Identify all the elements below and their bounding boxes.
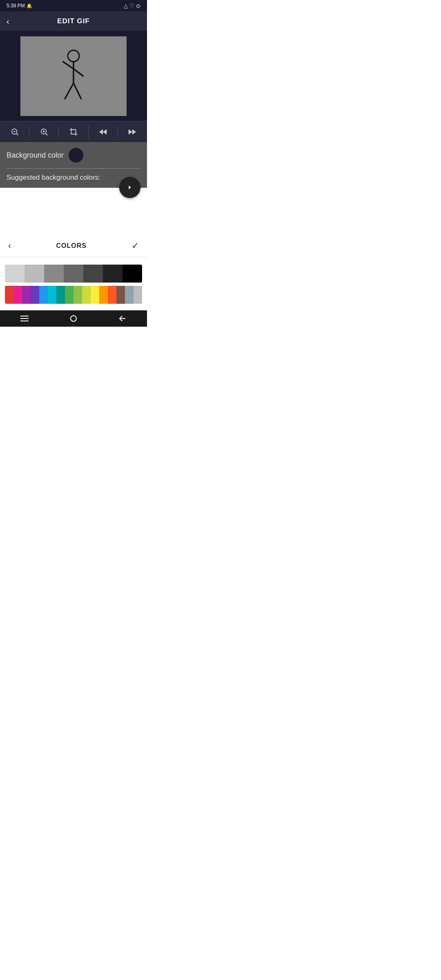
status-time: 5:38 PM 🔔 bbox=[7, 3, 32, 9]
colors-title: COLORS bbox=[56, 242, 86, 249]
svg-marker-14 bbox=[103, 129, 107, 134]
swatch-deeppurple[interactable] bbox=[31, 286, 39, 304]
bg-color-swatch[interactable] bbox=[69, 148, 83, 163]
swatch-cyan[interactable] bbox=[48, 286, 56, 304]
svg-rect-19 bbox=[20, 321, 29, 321]
swatch-pink[interactable] bbox=[13, 286, 22, 304]
svg-line-5 bbox=[74, 83, 81, 99]
svg-marker-15 bbox=[129, 129, 132, 134]
bell-icon: 🔔 bbox=[27, 3, 32, 9]
swatch-bluegray[interactable] bbox=[125, 286, 134, 304]
swatch-purple[interactable] bbox=[22, 286, 31, 304]
suggested-label: Suggested background colors: bbox=[7, 174, 140, 182]
nav-menu-button[interactable] bbox=[0, 310, 49, 327]
rewind-button[interactable] bbox=[89, 121, 118, 142]
grayscale-row bbox=[5, 265, 142, 283]
swatch-silver[interactable] bbox=[24, 265, 44, 283]
swatch-gray[interactable] bbox=[44, 265, 64, 283]
battery-icon: ⊙ bbox=[136, 3, 140, 9]
status-icons: △ ♡ ⊙ bbox=[124, 3, 140, 9]
swatch-blue[interactable] bbox=[39, 286, 48, 304]
zoom-in-button[interactable] bbox=[29, 121, 58, 142]
back-button[interactable]: ‹ bbox=[7, 17, 9, 26]
editor-panel: Background color Suggested background co… bbox=[0, 142, 147, 188]
svg-marker-13 bbox=[99, 129, 103, 134]
swatch-lightgray[interactable] bbox=[5, 265, 24, 283]
swatch-orange[interactable] bbox=[99, 286, 108, 304]
svg-line-3 bbox=[74, 69, 83, 76]
swatch-nearblack[interactable] bbox=[103, 265, 122, 283]
bg-color-row: Background color bbox=[7, 148, 140, 169]
svg-point-20 bbox=[71, 316, 76, 321]
colors-header: ‹ COLORS ✓ bbox=[0, 235, 147, 257]
gif-canvas bbox=[20, 36, 127, 116]
svg-line-4 bbox=[65, 83, 74, 99]
signal-icon: △ bbox=[124, 3, 128, 9]
svg-line-8 bbox=[16, 133, 18, 135]
svg-line-2 bbox=[63, 62, 74, 69]
colors-sheet: ‹ COLORS ✓ bbox=[0, 235, 147, 310]
fast-forward-button[interactable] bbox=[118, 121, 147, 142]
color-row bbox=[5, 286, 142, 304]
colors-confirm-button[interactable]: ✓ bbox=[131, 241, 139, 251]
status-bar: 5:38 PM 🔔 △ ♡ ⊙ bbox=[0, 0, 147, 11]
zoom-out-button[interactable] bbox=[0, 121, 29, 142]
swatch-deeporange[interactable] bbox=[108, 286, 116, 304]
swatch-brown[interactable] bbox=[116, 286, 125, 304]
swatch-lightgreen[interactable] bbox=[74, 286, 82, 304]
app-bar-title: EDIT GIF bbox=[57, 17, 90, 25]
svg-rect-17 bbox=[20, 316, 29, 316]
swatches-section bbox=[0, 257, 147, 310]
bg-color-label: Background color bbox=[7, 151, 64, 160]
nav-bar bbox=[0, 310, 147, 327]
svg-rect-18 bbox=[20, 318, 29, 319]
swatch-black[interactable] bbox=[122, 265, 142, 283]
swatch-lightgray2[interactable] bbox=[134, 286, 142, 304]
canvas-area bbox=[0, 31, 147, 121]
swatch-lime[interactable] bbox=[82, 286, 91, 304]
svg-line-12 bbox=[45, 133, 47, 135]
nav-back-button[interactable] bbox=[98, 310, 147, 327]
swatch-teal[interactable] bbox=[56, 286, 65, 304]
swatch-yellow[interactable] bbox=[91, 286, 99, 304]
app-bar: ‹ EDIT GIF bbox=[0, 11, 147, 31]
wifi-icon: ♡ bbox=[129, 3, 134, 9]
swatch-green[interactable] bbox=[65, 286, 74, 304]
crop-button[interactable] bbox=[59, 121, 88, 142]
swatch-dimgray[interactable] bbox=[64, 265, 83, 283]
stick-figure bbox=[53, 47, 94, 105]
fab-button[interactable] bbox=[119, 177, 140, 198]
svg-point-0 bbox=[68, 50, 79, 62]
svg-marker-16 bbox=[132, 129, 136, 134]
swatch-darkgray[interactable] bbox=[83, 265, 103, 283]
colors-back-button[interactable]: ‹ bbox=[8, 241, 11, 251]
toolbar bbox=[0, 121, 147, 142]
nav-home-button[interactable] bbox=[49, 310, 98, 327]
swatch-red[interactable] bbox=[5, 286, 13, 304]
